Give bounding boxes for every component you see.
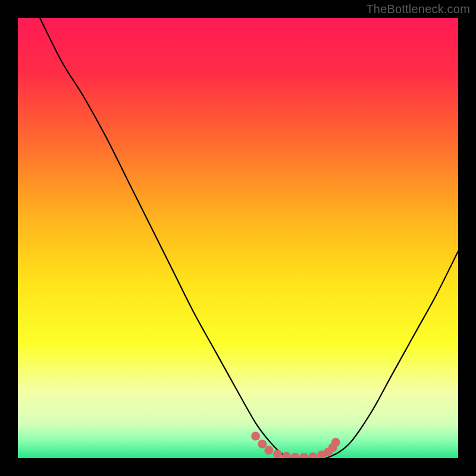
- plot-area: [18, 18, 458, 458]
- dot: [273, 450, 282, 458]
- dot: [331, 438, 340, 447]
- dot: [251, 432, 260, 441]
- dot: [264, 446, 273, 455]
- dot: [308, 452, 317, 458]
- dot: [282, 452, 291, 458]
- bottleneck-curve: [40, 18, 458, 458]
- dot: [258, 440, 267, 449]
- outer-frame: TheBottleneck.com: [0, 0, 476, 476]
- dot: [291, 453, 300, 458]
- dot: [300, 453, 309, 458]
- watermark-text: TheBottleneck.com: [366, 2, 470, 16]
- chart-svg: [18, 18, 458, 458]
